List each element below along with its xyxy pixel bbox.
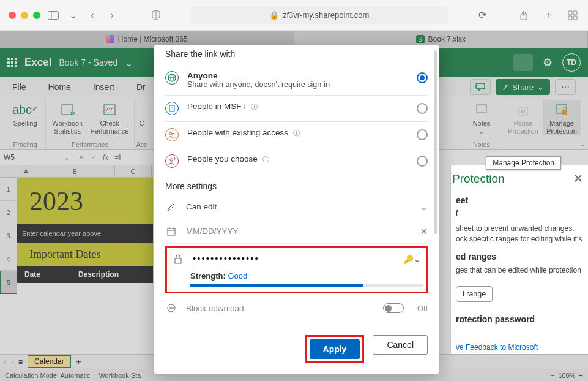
column-headers[interactable]: A B C bbox=[0, 165, 153, 178]
comments-button[interactable] bbox=[470, 79, 491, 95]
fx-icon[interactable]: fx bbox=[103, 153, 108, 162]
svg-rect-24 bbox=[168, 228, 175, 235]
svg-rect-20 bbox=[173, 107, 174, 108]
url-bar[interactable]: 🔒 zf3vr-my.sharepoint.com bbox=[191, 7, 448, 24]
scrollbar[interactable] bbox=[434, 50, 437, 234]
name-box[interactable]: W5 ⌄ bbox=[0, 153, 73, 162]
manage-protection-button[interactable]: Manage Protection bbox=[543, 100, 581, 135]
calendar-icon bbox=[165, 227, 177, 236]
panel-title: Protection bbox=[452, 172, 505, 186]
notes-button[interactable]: Notes ⌄ bbox=[464, 100, 499, 135]
spelling-button[interactable]: abc✓ Spelling bbox=[7, 100, 43, 127]
svg-rect-19 bbox=[171, 107, 172, 108]
add-range-button[interactable]: l range bbox=[456, 286, 493, 302]
window-controls[interactable] bbox=[9, 12, 40, 19]
option-people-msft[interactable]: People in MSFT ⓘ bbox=[165, 96, 428, 121]
collapse-ribbon-icon[interactable]: ⌄ bbox=[580, 140, 586, 148]
year-cell: 2023 bbox=[17, 178, 153, 224]
workbook-stats-status: Workbook Sta bbox=[99, 372, 141, 379]
spelling-icon: abc✓ bbox=[12, 101, 38, 118]
performance-icon bbox=[102, 101, 117, 118]
close-icon[interactable]: ✕ bbox=[573, 172, 583, 186]
reload-icon[interactable]: ⟳ bbox=[475, 9, 489, 22]
svg-rect-10 bbox=[104, 105, 115, 115]
confirm-icon[interactable]: ✓ bbox=[91, 153, 97, 162]
search-button[interactable] bbox=[513, 54, 533, 71]
pause-protection-button[interactable]: Pause Protection bbox=[505, 100, 541, 135]
more-button[interactable]: ⋯ bbox=[555, 79, 576, 95]
svg-rect-6 bbox=[573, 16, 577, 20]
block-download-row[interactable]: Block download Off bbox=[165, 296, 428, 320]
radio[interactable] bbox=[417, 156, 428, 167]
option-people-choose[interactable]: People you choose ⓘ bbox=[165, 148, 428, 174]
shield-icon[interactable] bbox=[149, 9, 163, 22]
next-sheet-icon[interactable]: › bbox=[11, 358, 13, 366]
chevron-down-icon: ⌄ bbox=[537, 83, 544, 92]
tab-home[interactable]: Home bbox=[48, 82, 71, 92]
pause-icon bbox=[516, 101, 530, 118]
sidebar-icon[interactable] bbox=[47, 9, 60, 22]
chevron-down-icon[interactable]: ⌄ bbox=[125, 57, 133, 69]
apply-button[interactable]: Apply bbox=[310, 339, 360, 359]
svg-rect-13 bbox=[521, 110, 523, 113]
add-sheet-icon[interactable]: + bbox=[76, 356, 81, 368]
info-icon[interactable]: ⓘ bbox=[251, 103, 258, 110]
svg-point-21 bbox=[169, 132, 172, 135]
prev-sheet-icon[interactable]: ‹ bbox=[4, 358, 6, 366]
svg-point-22 bbox=[172, 133, 174, 135]
key-icon[interactable]: 🔑⌄ bbox=[403, 254, 421, 264]
tab-insert[interactable]: Insert bbox=[93, 82, 114, 92]
cancel-button[interactable]: Cancel bbox=[373, 335, 428, 355]
forward-icon[interactable]: › bbox=[105, 9, 119, 22]
browser-toolbar: ⌄ ‹ › 🔒 zf3vr-my.sharepoint.com ⟳ ＋ bbox=[0, 0, 588, 31]
calendar-cells[interactable]: 2023 Enter calendar year above Important… bbox=[17, 178, 153, 283]
option-anyone[interactable]: Anyone Share with anyone, doesn't requir… bbox=[165, 65, 428, 95]
apply-highlight: Apply bbox=[305, 335, 365, 363]
workbook-stats-button[interactable]: 123 Workbook Statistics bbox=[48, 100, 86, 135]
check-performance-button[interactable]: Check Performance bbox=[87, 100, 132, 135]
info-icon[interactable]: ⓘ bbox=[293, 129, 300, 137]
option-existing-access[interactable]: People with existing access ⓘ bbox=[165, 122, 428, 148]
document-name[interactable]: Book 7 - Saved bbox=[59, 58, 117, 67]
row-headers[interactable]: 1 2 3 4 5 bbox=[0, 178, 17, 294]
back-icon[interactable]: ‹ bbox=[86, 9, 99, 22]
all-sheets-icon[interactable]: ≡ bbox=[18, 358, 23, 366]
app-launcher-icon[interactable] bbox=[7, 58, 17, 67]
can-edit-row[interactable]: Can edit ⌄ bbox=[165, 195, 428, 219]
clear-icon[interactable]: ✕ bbox=[420, 227, 428, 236]
share-icon[interactable] bbox=[517, 9, 530, 22]
toggle-off[interactable] bbox=[383, 303, 404, 313]
zoom-out-icon[interactable]: − bbox=[551, 372, 554, 379]
lock-icon: 🔒 bbox=[269, 10, 279, 20]
expiry-date-row[interactable]: MM/DD/YYYY ✕ bbox=[165, 219, 428, 244]
tab-file[interactable]: File bbox=[12, 82, 26, 92]
feedback-link[interactable]: ve Feedback to Microsoft bbox=[456, 343, 538, 352]
formula-input[interactable]: =I bbox=[114, 153, 121, 162]
info-icon[interactable]: ⓘ bbox=[262, 156, 269, 163]
more-settings-heading: More settings bbox=[165, 181, 428, 191]
password-row[interactable]: 🔑⌄ bbox=[169, 253, 423, 265]
chevron-down-icon[interactable]: ⌄ bbox=[66, 9, 80, 22]
password-input[interactable] bbox=[193, 253, 395, 263]
block-icon bbox=[165, 303, 177, 313]
accessibility-button[interactable]: C bbox=[135, 100, 149, 127]
cancel-icon[interactable]: ✕ bbox=[78, 153, 84, 162]
radio-selected[interactable] bbox=[417, 72, 428, 83]
svg-rect-7 bbox=[476, 83, 485, 89]
svg-rect-14 bbox=[524, 110, 525, 113]
svg-rect-16 bbox=[562, 110, 567, 115]
share-button[interactable]: ↗ Share ⌄ bbox=[496, 79, 550, 95]
gear-icon[interactable]: ⚙ bbox=[543, 56, 553, 69]
zoom-in-icon[interactable]: + bbox=[579, 372, 583, 379]
tabs-icon[interactable] bbox=[566, 9, 579, 22]
radio[interactable] bbox=[417, 129, 428, 140]
new-tab-icon[interactable]: ＋ bbox=[541, 9, 555, 22]
zoom-level[interactable]: 100% bbox=[558, 372, 575, 379]
svg-text:123: 123 bbox=[70, 111, 75, 116]
tab-draw[interactable]: Dr bbox=[136, 82, 146, 92]
year-hint: Enter calendar year above bbox=[17, 224, 153, 243]
sheet-tab-calendar[interactable]: Calendar bbox=[28, 355, 71, 368]
radio[interactable] bbox=[417, 103, 428, 114]
password-section-highlight: 🔑⌄ Strength: Good bbox=[165, 246, 428, 293]
avatar[interactable]: TD bbox=[562, 53, 581, 72]
